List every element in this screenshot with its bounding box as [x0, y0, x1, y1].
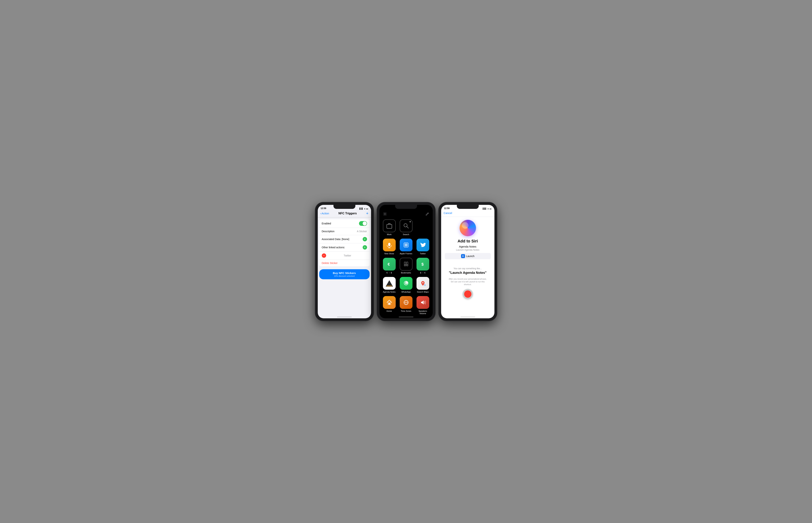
- new-show-label: New Show: [384, 252, 394, 255]
- speakers-icon: [417, 296, 429, 309]
- siri-say-text: You can say something like...: [454, 267, 482, 270]
- add-button[interactable]: +: [366, 211, 369, 216]
- notch: [333, 205, 355, 209]
- shortcut-timezones[interactable]: Time Zones: [399, 296, 413, 315]
- description-row: Description A Sticker: [319, 228, 370, 235]
- siri-app-name: Agenda Notes: [459, 245, 476, 248]
- search-maps-label: Search Maps: [417, 291, 429, 293]
- work-icon: [383, 219, 396, 232]
- dollar-label: $ → €: [420, 272, 425, 274]
- back-label: Action: [322, 212, 329, 215]
- shortcut-twitter[interactable]: Twitter: [416, 239, 430, 255]
- bookmarks-label: Bookmarks: [401, 272, 411, 274]
- wifi-icon: ▲: [364, 208, 366, 210]
- status-time: 12:59: [321, 207, 326, 210]
- shortcut-work[interactable]: Work: [382, 219, 396, 236]
- associated-data-row: Associated Data: [None] +: [319, 235, 370, 244]
- euro-label: € → $: [387, 272, 392, 274]
- phone-siri: 12:59 ▌▌▌ ▲ ▬ Cancel Add to Siri Agenda …: [439, 202, 497, 321]
- shortcut-home[interactable]: Home: [382, 296, 396, 315]
- new-show-icon: [383, 239, 396, 251]
- back-button[interactable]: ‹ Action: [320, 212, 329, 215]
- shortcut-apple-frames[interactable]: Apple Frames: [399, 239, 413, 255]
- enabled-row: Enabled: [319, 219, 370, 228]
- dollar-icon: $: [417, 258, 429, 271]
- wifi-icon-3: ▲: [487, 208, 489, 210]
- shortcut-speakers[interactable]: Speakers Volume: [416, 296, 430, 315]
- shortcut-euro[interactable]: € € → $: [382, 258, 396, 274]
- notch-3: [457, 205, 479, 209]
- signal-icon: ▌▌▌: [359, 208, 363, 210]
- shortcuts-header: [379, 210, 433, 218]
- settings-group-1: Enabled Description A Sticker Associated…: [319, 219, 370, 266]
- twitter-icon: [417, 239, 429, 251]
- shortcut-search[interactable]: ◉ Search: [399, 219, 413, 236]
- phone-nfc-triggers: 12:59 ▌▌▌ ▲ ▬ ‹ Action NFC Triggers + En…: [315, 202, 374, 321]
- siri-phrase: "Launch Agenda Notes": [449, 271, 487, 275]
- siri-header: Cancel: [441, 210, 494, 217]
- shortcut-agenda[interactable]: Agenda Notes: [382, 277, 396, 293]
- timezones-icon: [400, 296, 412, 309]
- svg-rect-8: [405, 244, 408, 247]
- siri-screen: 12:59 ▌▌▌ ▲ ▬ Cancel Add to Siri Agenda …: [441, 205, 494, 318]
- twitter-row: − Twitter: [319, 252, 370, 260]
- bookmarks-icon: [400, 258, 412, 271]
- status-time-3: 12:59: [444, 207, 450, 210]
- agenda-label: Agenda Notes: [383, 291, 396, 293]
- svg-text:€: €: [388, 262, 390, 267]
- agenda-small-icon: A: [461, 254, 465, 258]
- nav-bar: ‹ Action NFC Triggers +: [318, 210, 371, 217]
- home-icon: [383, 296, 396, 309]
- search-maps-icon: G: [417, 277, 429, 290]
- chevron-left-icon: ‹: [320, 212, 321, 215]
- associated-label: Associated Data: [None]: [322, 238, 349, 240]
- timezones-label: Time Zones: [401, 310, 411, 312]
- apple-frames-label: Apple Frames: [400, 252, 412, 255]
- associated-add-btn[interactable]: +: [363, 237, 367, 241]
- svg-rect-16: [388, 303, 390, 305]
- settings-button[interactable]: [382, 212, 387, 217]
- home-label: Home: [387, 310, 392, 312]
- search-label: Search: [403, 233, 409, 236]
- shortcut-search-maps[interactable]: G Search Maps: [416, 277, 430, 293]
- svg-rect-1: [387, 224, 392, 229]
- launch-text: Launch: [466, 255, 475, 257]
- svg-rect-4: [388, 243, 390, 246]
- shortcut-whatsapp[interactable]: WhatsApp: [399, 277, 413, 293]
- battery-icon: ▬: [366, 208, 368, 210]
- shortcuts-screen: Work ◉ Search: [379, 205, 433, 318]
- siri-record-button[interactable]: [463, 289, 473, 299]
- euro-icon: €: [383, 258, 396, 271]
- delete-label: Delete Sticker: [322, 262, 338, 265]
- speakers-label: Speakers Volume: [416, 310, 430, 315]
- other-add-btn[interactable]: +: [363, 245, 367, 250]
- siri-title: Add to Siri: [458, 239, 478, 244]
- shortcut-new-show[interactable]: New Show: [382, 239, 396, 255]
- enabled-toggle[interactable]: [359, 221, 367, 226]
- svg-line-3: [407, 227, 408, 228]
- siri-orb: [460, 220, 476, 236]
- status-icons: ▌▌▌ ▲ ▬: [359, 208, 368, 210]
- delete-sticker-btn[interactable]: Delete Sticker: [319, 260, 370, 266]
- work-label: Work: [387, 233, 391, 236]
- siri-launch-row[interactable]: A Launch: [445, 253, 491, 259]
- buy-btn-subtitle: 10% discount unlocked: [322, 275, 367, 277]
- siri-content: Add to Siri Agenda Notes Launch Agenda N…: [441, 217, 494, 302]
- buy-nfc-button[interactable]: Buy NFC Stickers 10% discount unlocked: [319, 269, 370, 279]
- home-indicator: [337, 317, 352, 317]
- status-icons-3: ▌▌▌ ▲ ▬: [483, 208, 491, 210]
- siri-footnote: After you record your personalized phras…: [445, 278, 491, 286]
- shortcut-dollar[interactable]: $ $ → €: [416, 258, 430, 274]
- buy-btn-title: Buy NFC Stickers: [322, 271, 367, 274]
- home-indicator-3: [460, 317, 475, 317]
- whatsapp-icon: [400, 277, 412, 290]
- svg-point-0: [384, 213, 386, 215]
- siri-action: Launch Agenda Notes: [456, 249, 479, 251]
- edit-button[interactable]: [425, 212, 430, 217]
- svg-rect-10: [404, 262, 406, 266]
- cancel-button[interactable]: Cancel: [444, 211, 452, 215]
- shortcut-bookmarks[interactable]: Bookmarks: [399, 258, 413, 274]
- agenda-icon: [383, 277, 396, 290]
- enabled-label: Enabled: [322, 222, 331, 225]
- remove-twitter-btn[interactable]: −: [322, 253, 326, 258]
